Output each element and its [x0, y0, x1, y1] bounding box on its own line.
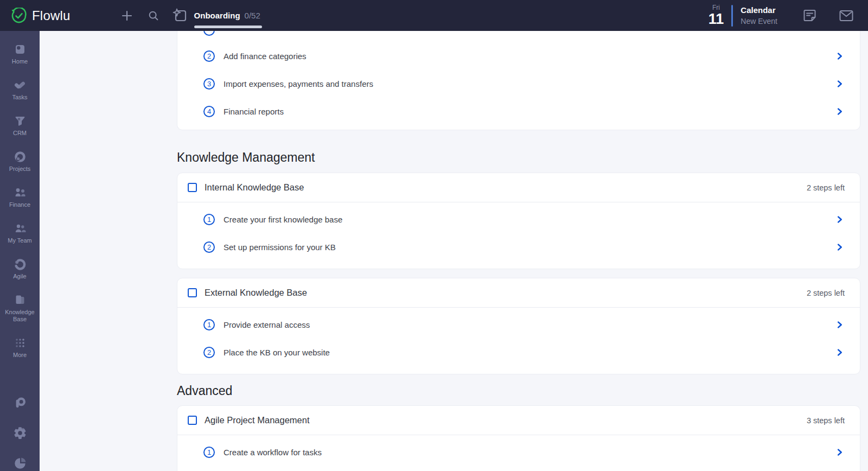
step-label: Create your first knowledge base — [224, 215, 342, 224]
step-number: 2 — [203, 241, 215, 253]
step-number: 4 — [203, 106, 215, 117]
onboarding-label: Onboarding — [194, 11, 240, 20]
step-label: Financial reports — [224, 107, 284, 116]
notes-icon — [802, 8, 817, 23]
card-title: Agile Project Management — [205, 415, 310, 425]
tasks-icon — [14, 79, 27, 92]
sidebar-item-more[interactable]: More — [0, 336, 40, 359]
step-row-create-workflow-for-tasks[interactable]: 1 Create a workflow for tasks — [177, 438, 860, 466]
add-button[interactable] — [120, 9, 133, 22]
sidebar-item-projects[interactable]: Projects — [0, 150, 40, 173]
card-title: Internal Knowledge Base — [205, 182, 304, 193]
my-team-icon — [14, 222, 27, 235]
agile-icon — [14, 258, 27, 271]
sidebar-item-label: Tasks — [10, 94, 29, 101]
help-pie-icon[interactable] — [13, 456, 27, 470]
checkbox-internal-knowledge-base[interactable] — [188, 183, 197, 192]
section-title-advanced: Advanced — [177, 383, 860, 398]
steps-left-badge: 3 steps left — [807, 416, 845, 425]
mail-icon — [839, 9, 854, 23]
onboarding-page: 2 Add finance categories 3 Import expens… — [40, 31, 868, 471]
step-row-setup-kb-permissions[interactable]: 2 Set up permissions for your KB — [177, 233, 860, 261]
sidebar-item-tasks[interactable]: Tasks — [0, 79, 40, 101]
step-number: 2 — [203, 50, 215, 62]
steps-left-badge: 2 steps left — [807, 183, 845, 192]
chevron-right-icon[interactable] — [837, 321, 844, 328]
calendar-divider — [731, 5, 733, 27]
onboarding-icon — [173, 8, 188, 23]
date-day: 11 — [709, 12, 724, 27]
step-number: 1 — [203, 447, 215, 458]
step-label: Create a workflow for tasks — [224, 448, 322, 457]
onboarding-widget[interactable]: Onboarding 0/52 — [173, 8, 260, 23]
external-knowledge-base-card: External Knowledge Base 2 steps left 1 P… — [177, 278, 860, 374]
step-label: Add finance categories — [224, 52, 307, 61]
sidebar-item-label: Projects — [7, 166, 33, 173]
step-number: 1 — [203, 319, 215, 330]
settings-gear-icon[interactable] — [13, 426, 27, 440]
brand-name: Flowlu — [32, 8, 71, 23]
mail-button[interactable] — [839, 9, 854, 23]
card-header[interactable]: Internal Knowledge Base 2 steps left — [177, 173, 860, 202]
step-row-import-expenses[interactable]: 3 Import expenses, payments and transfer… — [177, 70, 860, 98]
checkbox-agile-project-management[interactable] — [188, 416, 197, 425]
step-number: 3 — [203, 78, 215, 90]
chevron-right-icon[interactable] — [837, 80, 844, 87]
chevron-right-icon[interactable] — [837, 244, 844, 251]
step-row-create-first-kb[interactable]: 1 Create your first knowledge base — [177, 206, 860, 233]
sidebar-item-label: Agile — [11, 273, 28, 280]
checkbox-external-knowledge-base[interactable] — [188, 288, 197, 297]
card-header[interactable]: Agile Project Management 3 steps left — [177, 406, 860, 435]
calendar-widget[interactable]: Calendar New Event — [741, 5, 777, 26]
step-row-add-finance-categories[interactable]: 2 Add finance categories — [177, 42, 860, 70]
agile-project-management-card: Agile Project Management 3 steps left 1 … — [177, 405, 860, 471]
finance-card: 2 Add finance categories 3 Import expens… — [177, 31, 860, 130]
finance-icon — [14, 186, 27, 199]
crm-icon — [14, 114, 27, 128]
step-row-place-kb-on-website[interactable]: 2 Place the KB on your website — [177, 339, 860, 366]
home-icon — [14, 43, 27, 56]
sidebar-item-knowledge-base[interactable]: Knowledge Base — [0, 294, 40, 323]
sidebar-item-finance[interactable]: Finance — [0, 186, 40, 208]
step-row-provide-external-access[interactable]: 1 Provide external access — [177, 311, 860, 339]
chevron-right-icon[interactable] — [837, 449, 844, 456]
sidebar-item-label: More — [11, 352, 29, 359]
partner-program-icon[interactable] — [13, 396, 27, 410]
card-header[interactable]: External Knowledge Base 2 steps left — [177, 278, 860, 308]
new-event-link[interactable]: New Event — [741, 17, 777, 26]
onboarding-progress-count: 0/52 — [245, 11, 260, 20]
date-widget[interactable]: Fri 11 — [709, 4, 724, 27]
sidebar-item-home[interactable]: Home — [0, 43, 40, 65]
top-bar: Flowlu Onboarding 0/52 Fri 11 C — [0, 0, 868, 31]
flowlu-logo-icon — [11, 8, 27, 24]
sidebar-item-label: My Team — [5, 237, 34, 244]
sidebar-item-label: Finance — [7, 201, 33, 208]
chevron-right-icon[interactable] — [837, 108, 844, 115]
sidebar-item-crm[interactable]: CRM — [0, 114, 40, 137]
step-row-financial-reports[interactable]: 4 Financial reports — [177, 98, 860, 125]
sidebar-item-my-team[interactable]: My Team — [0, 222, 40, 244]
flowlu-logo[interactable]: Flowlu — [11, 8, 71, 24]
sidebar-item-label: Home — [10, 58, 30, 65]
section-title-knowledge-management: Knowledge Management — [177, 150, 860, 165]
step-label: Place the KB on your website — [224, 348, 330, 357]
sidebar: Home Tasks CRM Projects Finance — [0, 31, 40, 471]
chevron-right-icon[interactable] — [837, 53, 844, 60]
notes-button[interactable] — [802, 8, 817, 23]
card-title: External Knowledge Base — [205, 288, 307, 298]
step-label: Set up permissions for your KB — [224, 243, 336, 252]
search-button[interactable] — [148, 10, 159, 22]
steps-left-badge: 2 steps left — [807, 289, 845, 297]
sidebar-item-agile[interactable]: Agile — [0, 258, 40, 280]
sidebar-item-label: CRM — [11, 130, 29, 137]
internal-knowledge-base-card: Internal Knowledge Base 2 steps left 1 C… — [177, 173, 860, 269]
search-icon — [148, 10, 159, 22]
plus-icon — [120, 9, 133, 22]
more-icon — [14, 336, 27, 349]
chevron-right-icon[interactable] — [837, 349, 844, 356]
projects-icon — [14, 150, 27, 163]
step-number: 1 — [203, 214, 215, 225]
step-label: Import expenses, payments and transfers — [224, 79, 373, 88]
chevron-right-icon[interactable] — [837, 216, 844, 223]
knowledge-base-icon — [14, 294, 27, 307]
